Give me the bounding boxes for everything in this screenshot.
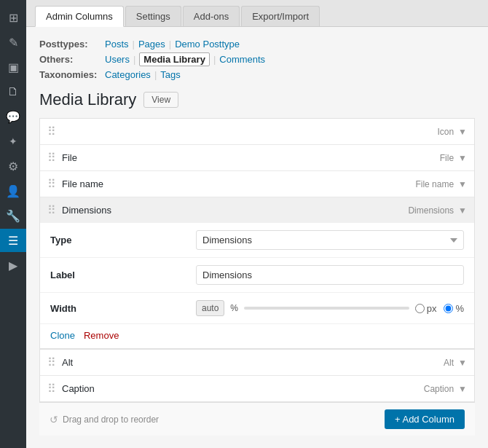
- nav-link-demo-posttype[interactable]: Demo Posttype: [175, 39, 240, 50]
- sidebar: ⊞ ✎ ▣ 🗋 💬 ✦ ⚙ 👤 🔧 ☰ ▶: [0, 0, 26, 448]
- col-type-dimensions: Dimensions: [408, 205, 454, 216]
- type-field-label: Type: [50, 235, 196, 245]
- drag-handle-caption[interactable]: ⠿: [47, 382, 56, 396]
- others-label: Others:: [39, 54, 105, 65]
- plugins-icon[interactable]: ⚙: [0, 154, 26, 178]
- main-content: Admin Columns Settings Add-ons Export/Im…: [26, 0, 488, 448]
- type-row: Type Dimensions: [40, 223, 474, 258]
- add-column-button[interactable]: + Add Column: [385, 409, 465, 429]
- chevron-up-icon[interactable]: ▼: [458, 205, 467, 216]
- others-nav: Others: Users | Media Library | Comments: [39, 52, 475, 66]
- drag-handle-filename[interactable]: ⠿: [47, 177, 56, 191]
- label-field-control: [196, 265, 464, 285]
- taxonomies-nav: Taxonomies: Categories | Tags: [39, 69, 475, 80]
- label-input[interactable]: [196, 265, 464, 285]
- posts-icon[interactable]: ✎: [0, 31, 26, 54]
- table-row: ⠿ Dimensions Dimensions ▼: [40, 197, 474, 223]
- clone-button[interactable]: Clone: [50, 330, 75, 341]
- posttypes-nav: Posttypes: Posts | Pages | Demo Posttype: [39, 39, 475, 50]
- columns-list: ⠿ Icon ▼ ⠿ File File ▼ ⠿ File name File …: [39, 118, 475, 402]
- tools-icon[interactable]: 🔧: [0, 204, 26, 227]
- play-icon[interactable]: ▶: [0, 254, 26, 277]
- page-heading: Media Library View: [39, 90, 475, 109]
- width-auto-label: auto: [196, 300, 224, 316]
- drag-handle-file[interactable]: ⠿: [47, 151, 56, 165]
- sep3: |: [133, 54, 135, 65]
- col-type-icon: Icon: [437, 127, 454, 137]
- chevron-down-icon[interactable]: ▼: [458, 153, 467, 163]
- table-row: ⠿ Alt Alt ▼: [40, 350, 474, 376]
- width-unit-group: px %: [415, 303, 464, 314]
- tab-settings[interactable]: Settings: [125, 6, 181, 26]
- sep1: |: [133, 39, 135, 50]
- nav-link-pages[interactable]: Pages: [138, 39, 165, 50]
- nav-link-users[interactable]: Users: [105, 54, 130, 65]
- reorder-icon: ↺: [50, 414, 58, 425]
- table-row: ⠿ Icon ▼: [40, 119, 474, 145]
- taxonomies-label: Taxonomies:: [39, 69, 105, 80]
- width-row: Width auto % px: [40, 293, 474, 324]
- users-icon[interactable]: 👤: [0, 179, 26, 203]
- chevron-down-icon[interactable]: ▼: [458, 127, 467, 137]
- tab-addons[interactable]: Add-ons: [183, 6, 240, 26]
- col-type-filename: File name: [415, 179, 454, 189]
- nav-link-media-library[interactable]: Media Library: [139, 52, 210, 66]
- col-name-alt: Alt: [62, 357, 444, 368]
- chevron-down-icon[interactable]: ▼: [458, 179, 467, 189]
- others-links: Users | Media Library | Comments: [105, 52, 265, 66]
- type-select[interactable]: Dimensions: [196, 230, 464, 250]
- col-name-caption: Caption: [62, 383, 424, 394]
- dimensions-expanded-panel: Type Dimensions Label Width: [40, 223, 474, 350]
- tabs-bar: Admin Columns Settings Add-ons Export/Im…: [26, 0, 488, 27]
- drag-handle-alt[interactable]: ⠿: [47, 355, 56, 369]
- tab-export-import[interactable]: Export/Import: [241, 6, 320, 26]
- width-px-text: px: [427, 303, 437, 314]
- col-name-filename: File name: [62, 178, 415, 189]
- width-pct-radio[interactable]: [444, 304, 453, 313]
- drag-handle-dimensions[interactable]: ⠿: [47, 203, 56, 217]
- col-type-caption: Caption: [424, 384, 454, 394]
- width-field-label: Width: [50, 303, 196, 314]
- width-slider[interactable]: [244, 307, 409, 310]
- width-px-radio[interactable]: [415, 304, 425, 313]
- page-title: Media Library: [39, 90, 136, 109]
- sep2: |: [169, 39, 171, 50]
- type-field-control: Dimensions: [196, 230, 464, 250]
- label-row: Label: [40, 258, 474, 293]
- comments-icon[interactable]: 💬: [0, 105, 26, 128]
- table-row: ⠿ Caption Caption ▼: [40, 376, 474, 401]
- sep5: |: [154, 69, 157, 80]
- dashboard-icon[interactable]: ⊞: [0, 6, 26, 29]
- posttypes-links: Posts | Pages | Demo Posttype: [105, 39, 240, 50]
- table-row: ⠿ File name File name ▼: [40, 171, 474, 197]
- posttypes-label: Posttypes:: [39, 39, 105, 50]
- content-area: Posttypes: Posts | Pages | Demo Posttype…: [26, 27, 488, 448]
- pages-icon[interactable]: 🗋: [0, 80, 26, 103]
- chevron-down-icon[interactable]: ▼: [458, 358, 467, 368]
- tab-admin-columns[interactable]: Admin Columns: [35, 6, 124, 27]
- view-button[interactable]: View: [143, 92, 178, 108]
- media-icon[interactable]: ▣: [0, 55, 26, 79]
- remove-button[interactable]: Remove: [84, 330, 119, 341]
- drag-handle-icon[interactable]: ⠿: [47, 125, 56, 138]
- nav-link-categories[interactable]: Categories: [105, 69, 151, 80]
- sep4: |: [213, 54, 216, 65]
- admin-columns-icon[interactable]: ☰: [0, 229, 26, 252]
- nav-link-comments[interactable]: Comments: [219, 54, 265, 65]
- footer-bar: ↺ Drag and drop to reorder + Add Column: [39, 402, 475, 436]
- chevron-down-icon[interactable]: ▼: [458, 384, 467, 394]
- col-type-file: File: [440, 153, 454, 163]
- nav-link-posts[interactable]: Posts: [105, 39, 129, 50]
- appearance-icon[interactable]: ✦: [0, 130, 26, 153]
- table-row: ⠿ File File ▼: [40, 145, 474, 171]
- width-px-label[interactable]: px: [415, 303, 437, 314]
- width-pct-label[interactable]: %: [444, 303, 464, 314]
- label-field-label: Label: [50, 270, 196, 280]
- drag-hint-text: Drag and drop to reorder: [63, 414, 159, 425]
- width-field-control: auto % px %: [196, 300, 464, 316]
- col-name-file: File: [62, 152, 440, 163]
- taxonomies-links: Categories | Tags: [105, 69, 181, 80]
- nav-link-tags[interactable]: Tags: [160, 69, 180, 80]
- clone-remove-row: Clone Remove: [40, 324, 474, 349]
- width-percent-symbol: %: [230, 303, 238, 313]
